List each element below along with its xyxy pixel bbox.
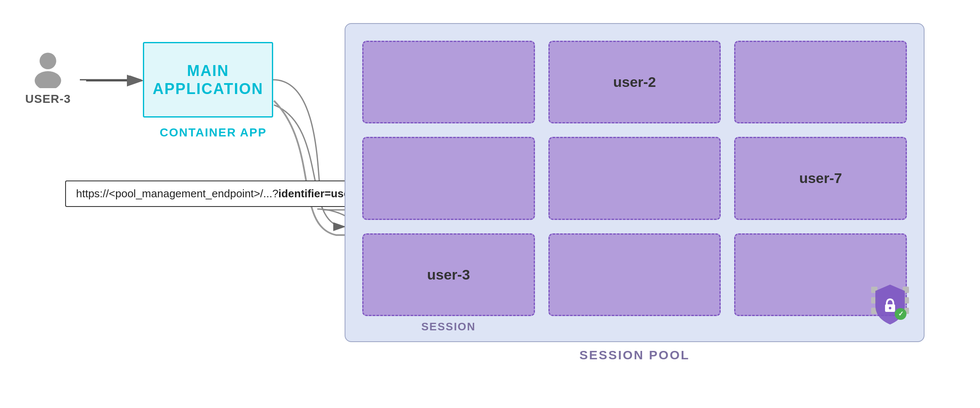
container-app-label: CONTAINER APP [160,126,267,139]
svg-point-14 [889,307,891,309]
svg-text:✓: ✓ [898,310,904,317]
svg-point-5 [40,52,57,69]
session-label: SESSION [422,320,476,333]
url-prefix: https://<pool_management_endpoint>/...? [76,187,278,200]
session-cell-4 [362,137,535,220]
user-label: USER-3 [25,92,71,106]
user-figure: USER-3 [25,50,71,106]
session-pool-label: SESSION POOL [580,348,690,362]
session-cell-user3: user-3 SESSION [362,233,535,316]
svg-point-6 [35,71,61,89]
url-box: https://<pool_management_endpoint>/...?i… [65,180,374,207]
session-cell-1 [362,41,535,123]
session-pool: user-2 user-7 user-3 SESSION SESSION POO… [345,23,925,342]
session-grid: user-2 user-7 user-3 SESSION [362,41,907,316]
session-cell-2: user-2 [548,41,721,123]
main-app-label: MAIN APPLICATION [153,62,263,98]
session-cell-5 [548,137,721,220]
diagram: USER-3 MAIN APPLICATION CONTAINER APP ht… [0,0,980,408]
user-icon [29,50,67,88]
session-cell-6: user-7 [734,137,907,220]
main-app-box: MAIN APPLICATION [143,42,273,118]
session-cell-8 [548,233,721,316]
shield-icon: ✓ [869,282,911,329]
session-cell-3 [734,41,907,123]
